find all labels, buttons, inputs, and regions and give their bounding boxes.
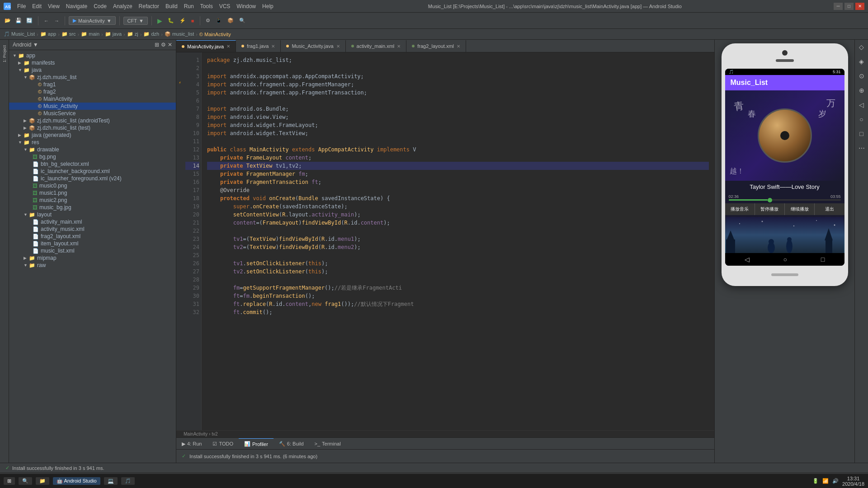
tree-item-drawable[interactable]: ▼ 📁 drawable	[9, 146, 176, 153]
nav-back-icon[interactable]: ◁	[745, 256, 750, 263]
tree-item-android-test[interactable]: ▶ 📦 zj.dzh.music_list (androidTest)	[9, 117, 176, 124]
maximize-button[interactable]: □	[844, 3, 854, 10]
sync-project-button[interactable]: ⚙	[204, 17, 212, 24]
nav-recent-icon[interactable]: □	[821, 256, 825, 263]
tree-item-music-activity[interactable]: © Music_Activity	[9, 103, 176, 110]
camera-icon[interactable]: ⊙	[857, 70, 866, 81]
tree-item-java[interactable]: ▼ 📁 java	[9, 66, 176, 74]
run-button[interactable]: ▶	[156, 16, 164, 25]
tree-item-test[interactable]: ▶ 📦 zj.dzh.music_list (test)	[9, 124, 176, 131]
save-button[interactable]: 💾	[14, 17, 24, 24]
breadcrumb-app[interactable]: 📁 app	[40, 31, 56, 37]
sdk-button[interactable]: 📦	[226, 17, 236, 24]
resume-button[interactable]: 继续播放	[785, 203, 815, 215]
tree-item-frag1[interactable]: © frag1	[9, 81, 176, 88]
tab-frag2-layout[interactable]: frag2_layout.xml ✕	[406, 40, 466, 52]
tree-item-raw[interactable]: ▼ 📁 raw	[9, 262, 176, 269]
tree-item-mipmap[interactable]: ▶ 📁 mipmap	[9, 254, 176, 262]
app3-taskbar[interactable]: 🎵	[121, 477, 135, 485]
tree-item-music0[interactable]: 🖼 music0.png	[9, 182, 176, 189]
tab-activity-main-xml[interactable]: activity_main.xml ✕	[346, 40, 407, 52]
open-folder-button[interactable]: 📂	[3, 17, 13, 24]
eraser-icon[interactable]: ◈	[857, 56, 866, 67]
bottom-tab-todo[interactable]: ☑ TODO	[207, 438, 239, 449]
profile-button[interactable]: ⚡	[178, 17, 188, 24]
back-button[interactable]: ←	[42, 17, 51, 24]
close-tab-mainactivity[interactable]: ✕	[226, 44, 230, 49]
tree-item-bg-png[interactable]: 🖼 bg.png	[9, 153, 176, 160]
taskbar-clock[interactable]: 13:31 2020/4/18	[842, 476, 864, 487]
bottom-tab-run[interactable]: ▶ 4: Run	[176, 438, 207, 449]
menu-help[interactable]: Help	[259, 2, 276, 10]
debug-button[interactable]: 🐛	[166, 17, 176, 24]
menu-view[interactable]: View	[45, 2, 62, 10]
nav-home-icon[interactable]: ○	[783, 256, 787, 263]
menu-edit[interactable]: Edit	[29, 2, 44, 10]
close-button[interactable]: ✕	[855, 3, 864, 10]
tree-item-layout[interactable]: ▼ 📁 layout	[9, 211, 176, 218]
breadcrumb-src[interactable]: 📁 src	[61, 31, 76, 37]
settings-icon[interactable]: ⚙	[161, 42, 166, 48]
tree-item-music1[interactable]: 🖼 music1.png	[9, 189, 176, 197]
bottom-tab-profiler[interactable]: 📊 Profiler	[239, 438, 274, 449]
menu-file[interactable]: File	[14, 2, 28, 10]
search-everywhere-button[interactable]: 🔍	[237, 17, 247, 24]
menu-vcs[interactable]: VCS	[217, 2, 233, 10]
tree-item-frag2[interactable]: © frag2	[9, 88, 176, 95]
menu-code[interactable]: Code	[91, 2, 109, 10]
tree-item-music-bg[interactable]: 🖼 music_bg.jpg	[9, 204, 176, 211]
breadcrumb-mainactivity[interactable]: © MainActivity	[199, 32, 231, 37]
palette-icon[interactable]: ◇	[857, 42, 866, 52]
tree-item-launcher-bg[interactable]: 📄 ic_launcher_background.xml	[9, 168, 176, 175]
square-icon[interactable]: □	[858, 128, 865, 139]
menu-navigate[interactable]: Navigate	[63, 2, 90, 10]
tree-item-btn-selector[interactable]: 📄 btn_bg_selector.xml	[9, 160, 176, 168]
avd-button[interactable]: 📱	[214, 17, 224, 24]
menu-run[interactable]: Run	[181, 2, 197, 10]
tab-mainactivity-java[interactable]: MainActivity.java ✕	[176, 40, 236, 52]
tab-frag1[interactable]: frag1.java ✕	[236, 40, 281, 52]
play-music-button[interactable]: 播放音乐	[725, 203, 755, 215]
circle-icon[interactable]: ○	[858, 114, 865, 125]
tree-item-music-service[interactable]: © MusicService	[9, 110, 176, 117]
bottom-tab-terminal[interactable]: >_ Terminal	[309, 438, 346, 449]
run-config-dropdown[interactable]: ▶ MainActivity ▼	[69, 16, 116, 25]
breadcrumb-zj[interactable]: 📁 zj	[127, 31, 138, 37]
tree-item-activity-main[interactable]: 📄 activity_main.xml	[9, 218, 176, 225]
close-tab-frag2-layout[interactable]: ✕	[457, 44, 460, 49]
bottom-tab-build[interactable]: 🔨 6: Build	[274, 438, 309, 449]
progress-bar[interactable]	[729, 199, 841, 201]
tree-item-frag2-layout[interactable]: 📄 frag2_layout.xml	[9, 233, 176, 240]
tree-item-manifests[interactable]: ▶ 📁 manifests	[9, 59, 176, 66]
project-tab[interactable]: 1: Project	[2, 43, 7, 64]
android-studio-taskbar[interactable]: 🤖 Android Studio	[53, 477, 100, 485]
zoom-in-icon[interactable]: ⊕	[857, 85, 866, 96]
search-taskbar-button[interactable]: 🔍	[19, 477, 32, 485]
start-button[interactable]: ⊞	[4, 477, 15, 485]
menu-analyze[interactable]: Analyze	[110, 2, 135, 10]
breadcrumb-music-list[interactable]: 🎵 Music_List	[4, 31, 35, 37]
exit-button[interactable]: 退出	[815, 203, 844, 215]
menu-refactor[interactable]: Refactor	[136, 2, 162, 10]
breadcrumb-main[interactable]: 📁 main	[81, 31, 99, 37]
menu-build[interactable]: Build	[163, 2, 180, 10]
sync-button[interactable]: 🔄	[24, 17, 34, 24]
menu-window[interactable]: Window	[234, 2, 259, 10]
expand-all-icon[interactable]: ⊞	[155, 42, 159, 48]
tree-item-music2[interactable]: 🖼 music2.png	[9, 197, 176, 204]
tree-item-java-gen[interactable]: ▶ 📁 java (generated)	[9, 131, 176, 139]
tree-item-mainactivity[interactable]: © MainActivity	[9, 95, 176, 103]
cft-dropdown[interactable]: CFT ▼	[123, 17, 148, 25]
breadcrumb-music-list2[interactable]: 📦 music_list	[165, 31, 194, 37]
file-explorer-button[interactable]: 📁	[36, 477, 49, 485]
close-panel-icon[interactable]: ✕	[168, 42, 172, 48]
minimize-button[interactable]: ─	[834, 3, 843, 10]
app2-taskbar[interactable]: 💻	[104, 477, 118, 485]
forward-button[interactable]: →	[52, 17, 61, 24]
android-dropdown[interactable]: Android ▼	[13, 42, 38, 48]
close-tab-activity-main[interactable]: ✕	[397, 44, 401, 49]
progress-thumb[interactable]	[768, 198, 772, 202]
tree-item-app[interactable]: ▼ 📁 app	[9, 52, 176, 59]
close-tab-frag1[interactable]: ✕	[271, 44, 275, 49]
menu-tools[interactable]: Tools	[198, 2, 216, 10]
